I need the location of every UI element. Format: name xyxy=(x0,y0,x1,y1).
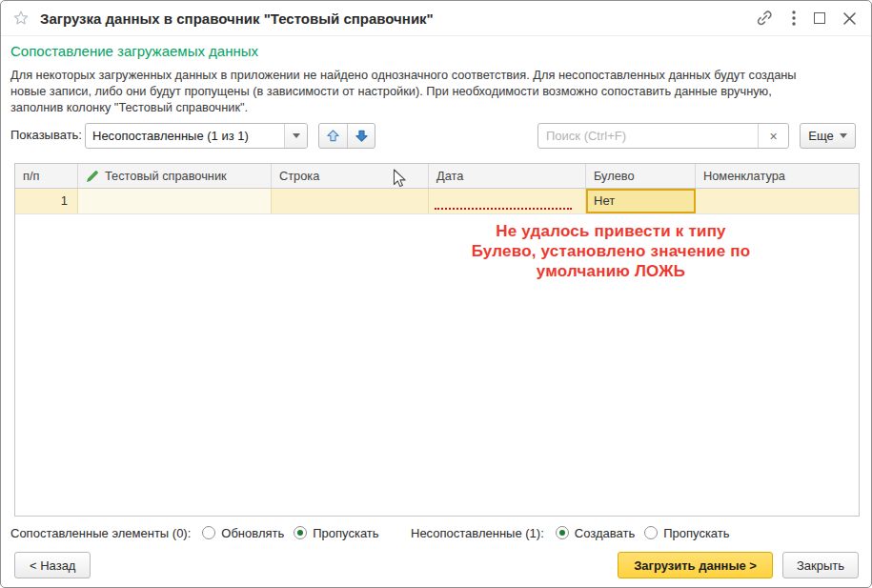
column-header-num[interactable]: п/п xyxy=(15,164,78,188)
load-data-button[interactable]: Загрузить данные > xyxy=(618,552,773,578)
radio-icon-checked xyxy=(556,526,569,539)
app-window: Загрузка данных в справочник "Тестовый с… xyxy=(0,0,872,588)
title-bar: Загрузка данных в справочник "Тестовый с… xyxy=(1,1,871,36)
chevron-down-icon xyxy=(293,133,300,138)
cell-string[interactable] xyxy=(272,189,429,213)
cell-nomenclature[interactable] xyxy=(696,189,859,213)
more-button[interactable]: Еще xyxy=(800,123,856,149)
cell-boolean-selected[interactable]: Нет xyxy=(586,189,696,213)
table-header-row: п/п Тестовый справочник Строка Дата Буле… xyxy=(15,164,859,189)
radio-icon xyxy=(202,526,215,539)
page-description: Для некоторых загруженных данных в прило… xyxy=(10,67,797,115)
annotation-line: умолчанию ЛОЖЬ xyxy=(420,261,801,281)
mapping-table: п/п Тестовый справочник Строка Дата Буле… xyxy=(14,163,860,517)
search-input[interactable] xyxy=(538,124,758,148)
filter-select[interactable]: Несопоставленные (1 из 1) xyxy=(85,123,308,149)
description-line: заполнив колонку "Тестовый справочник". xyxy=(10,99,797,115)
matched-options-group: Сопоставленные элементы (0): Обновлять П… xyxy=(10,524,379,541)
arrow-up-icon xyxy=(326,129,340,143)
cell-date[interactable] xyxy=(429,189,586,213)
error-annotation: Не удалось привести к типу Булево, устан… xyxy=(420,221,801,281)
radio-label: Пропускать xyxy=(663,526,729,540)
radio-unmatched-create[interactable]: Создавать xyxy=(556,526,635,540)
radio-unmatched-skip[interactable]: Пропускать xyxy=(644,526,729,540)
description-line: новые записи, либо они будут пропущены (… xyxy=(10,83,797,99)
column-header-nomenclature[interactable]: Номенклатура xyxy=(696,164,859,188)
column-header-string[interactable]: Строка xyxy=(272,164,429,188)
annotation-line: Булево, установлено значение по xyxy=(420,241,801,261)
window-title: Загрузка данных в справочник "Тестовый с… xyxy=(40,10,434,27)
move-down-button[interactable] xyxy=(347,124,375,148)
link-icon[interactable] xyxy=(755,9,774,28)
radio-matched-update[interactable]: Обновлять xyxy=(202,526,284,540)
search-box: × xyxy=(537,123,789,149)
close-button[interactable]: Закрыть xyxy=(782,552,859,578)
titlebar-actions xyxy=(755,9,856,28)
show-label: Показывать: xyxy=(10,128,82,142)
radio-label: Пропускать xyxy=(313,526,378,540)
cell-reference[interactable] xyxy=(78,189,272,213)
footer-action-buttons: Загрузить данные > Закрыть xyxy=(618,552,859,578)
move-buttons-group xyxy=(318,123,375,149)
filter-dropdown-button[interactable] xyxy=(284,124,307,148)
filter-select-value: Несопоставленные (1 из 1) xyxy=(86,124,284,148)
move-up-button[interactable] xyxy=(319,124,347,148)
chevron-down-icon xyxy=(840,133,847,138)
arrow-down-icon xyxy=(355,129,369,143)
radio-label: Создавать xyxy=(575,526,635,540)
description-line: Для некоторых загруженных данных в прило… xyxy=(10,67,797,83)
kebab-menu-icon[interactable] xyxy=(792,10,796,26)
more-button-label: Еще xyxy=(808,129,833,143)
radio-icon-checked xyxy=(294,526,307,539)
close-icon[interactable] xyxy=(843,12,856,25)
pencil-icon xyxy=(86,170,99,183)
back-button[interactable]: < Назад xyxy=(14,552,91,578)
radio-matched-skip[interactable]: Пропускать xyxy=(294,526,378,540)
radio-label: Обновлять xyxy=(221,526,284,540)
unmatched-options-group: Несопоставленные (1): Создавать Пропуска… xyxy=(411,524,730,541)
table-row: 1 Нет xyxy=(15,189,859,214)
page-title: Сопоставление загружаемых данных xyxy=(10,43,258,59)
cell-num[interactable]: 1 xyxy=(15,189,78,213)
annotation-line: Не удалось привести к типу xyxy=(420,221,801,241)
column-header-date[interactable]: Дата xyxy=(429,164,586,188)
clear-icon: × xyxy=(769,129,777,144)
error-underline xyxy=(435,208,572,210)
favorite-star-icon[interactable] xyxy=(12,10,30,27)
radio-icon xyxy=(644,526,658,539)
column-header-boolean[interactable]: Булево xyxy=(586,164,696,188)
maximize-icon[interactable] xyxy=(814,12,825,24)
matched-label: Сопоставленные элементы (0): xyxy=(10,526,191,540)
clear-search-button[interactable]: × xyxy=(758,124,788,148)
column-header-reference[interactable]: Тестовый справочник xyxy=(78,164,272,188)
unmatched-label: Несопоставленные (1): xyxy=(411,526,544,540)
